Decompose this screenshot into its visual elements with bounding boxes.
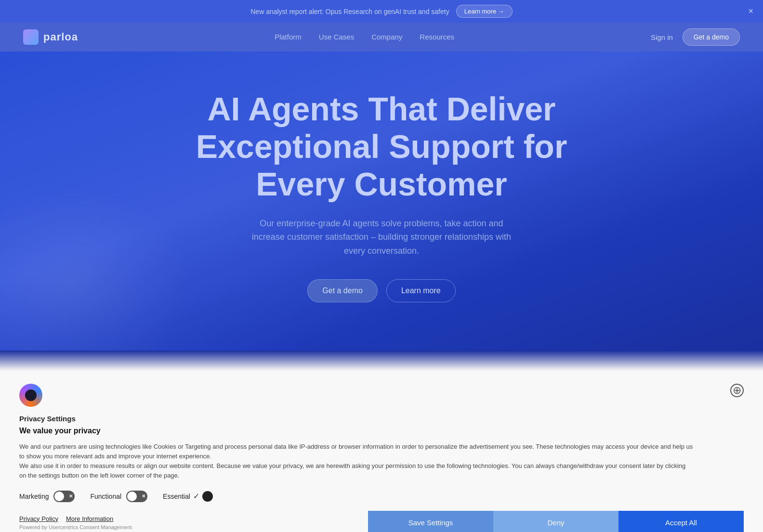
announcement-close-button[interactable]: ×	[748, 6, 753, 16]
navbar: parloa Platform Use Cases Company Resour…	[0, 23, 763, 52]
logo-icon	[23, 29, 39, 45]
nav-item-platform[interactable]: Platform	[275, 33, 302, 41]
essential-check-icon: ✓	[193, 492, 199, 501]
announcement-text: New analyst report alert: Opus Research …	[250, 8, 449, 15]
privacy-logo-icon	[19, 384, 42, 407]
privacy-modal-title: Privacy Settings	[19, 415, 744, 423]
accept-all-button[interactable]: Accept All	[618, 511, 744, 532]
marketing-toggle-group: Marketing ✕	[19, 491, 75, 502]
nav-item-resources[interactable]: Resources	[420, 33, 454, 41]
nav-item-usecases[interactable]: Use Cases	[319, 33, 354, 41]
hero-get-demo-button[interactable]: Get a demo	[307, 279, 378, 302]
deny-button[interactable]: Deny	[493, 511, 618, 532]
privacy-policy-link[interactable]: Privacy Policy	[19, 515, 58, 522]
logo-text: parloa	[43, 31, 78, 43]
more-information-link[interactable]: More Information	[66, 515, 113, 522]
marketing-toggle-knob	[54, 492, 64, 501]
marketing-label: Marketing	[19, 493, 49, 500]
announcement-learn-more-button[interactable]: Learn more →	[456, 5, 513, 18]
privacy-links: Privacy Policy More Information Powered …	[19, 515, 132, 530]
privacy-modal: Privacy Settings We value your privacy W…	[0, 370, 763, 532]
marketing-toggle[interactable]: ✕	[53, 491, 75, 502]
marketing-toggle-x: ✕	[69, 493, 73, 499]
privacy-controls: Marketing ✕ Functional ✕ Essential ✓	[19, 491, 744, 502]
logo: parloa	[23, 29, 78, 45]
nav-right: Sign in Get a demo	[651, 28, 740, 46]
privacy-footer: Privacy Policy More Information Powered …	[19, 511, 744, 532]
nav-links: Platform Use Cases Company Resources	[275, 33, 454, 41]
privacy-link-row: Privacy Policy More Information	[19, 515, 113, 522]
privacy-body-text: We and our partners are using technologi…	[19, 442, 694, 481]
essential-toggle-group: Essential ✓	[163, 491, 213, 502]
privacy-logo-inner	[25, 389, 37, 401]
functional-toggle[interactable]: ✕	[126, 491, 147, 502]
functional-toggle-group: Functional ✕	[90, 491, 147, 502]
hero-section: AI Agents That Deliver Exceptional Suppo…	[0, 52, 763, 350]
nav-item-company[interactable]: Company	[371, 33, 402, 41]
functional-toggle-knob	[127, 492, 137, 501]
hero-heading: AI Agents That Deliver Exceptional Suppo…	[165, 90, 598, 203]
powered-by-text: Powered by Usercentrics Consent Manageme…	[19, 524, 132, 530]
hero-buttons: Get a demo Learn more	[307, 279, 455, 302]
save-settings-button[interactable]: Save Settings	[368, 511, 493, 532]
announcement-bar: New analyst report alert: Opus Research …	[0, 0, 763, 23]
essential-toggle-circle	[202, 491, 213, 502]
privacy-value-title: We value your privacy	[19, 427, 744, 435]
privacy-header	[19, 384, 744, 407]
hero-learn-more-button[interactable]: Learn more	[386, 279, 456, 302]
privacy-action-buttons: Save Settings Deny Accept All	[368, 511, 744, 532]
essential-label: Essential	[163, 493, 190, 500]
nav-demo-button[interactable]: Get a demo	[683, 28, 740, 46]
functional-label: Functional	[90, 493, 121, 500]
signin-button[interactable]: Sign in	[651, 33, 673, 41]
functional-toggle-x: ✕	[142, 493, 145, 499]
hero-bottom-fade	[0, 350, 763, 370]
globe-icon[interactable]	[730, 384, 744, 397]
hero-subtext: Our enterprise-grade AI agents solve pro…	[247, 217, 516, 258]
